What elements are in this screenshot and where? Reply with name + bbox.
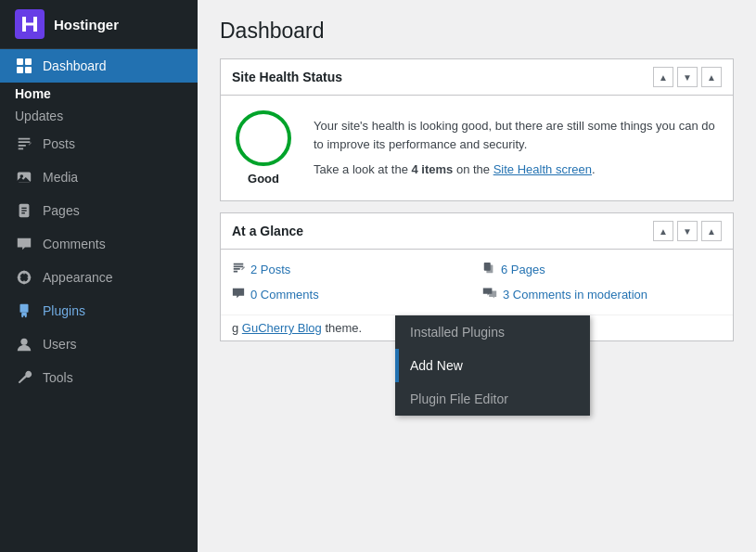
- sidebar-item-posts[interactable]: Posts: [0, 127, 198, 160]
- svg-rect-18: [486, 265, 493, 274]
- sidebar-item-pages[interactable]: Pages: [0, 194, 198, 227]
- at-a-glance-grid: 2 Posts 6 Pages 0 Comments: [221, 250, 733, 315]
- at-a-glance-header: At a Glance ▲ ▼ ▲: [221, 213, 733, 250]
- health-text-primary: Your site's health is looking good, but …: [314, 117, 718, 153]
- svg-rect-3: [17, 67, 23, 73]
- sidebar-item-label-tools: Tools: [43, 370, 73, 385]
- glance-moderation-link[interactable]: 3 Comments in moderation: [503, 288, 647, 302]
- health-screen-link[interactable]: Site Health screen: [493, 162, 592, 176]
- sidebar-item-comments[interactable]: Comments: [0, 227, 198, 261]
- health-text-prefix: Take a look at the: [314, 162, 412, 176]
- widget-collapse-up-btn[interactable]: ▲: [653, 67, 673, 87]
- pages-icon: [15, 201, 33, 220]
- sidebar-item-updates[interactable]: Updates: [0, 105, 198, 127]
- widget-collapse-down-btn[interactable]: ▼: [677, 67, 698, 87]
- main-content: Dashboard Site Health Status ▲ ▼ ▲ Good …: [198, 0, 756, 552]
- sidebar-item-dashboard[interactable]: Dashboard: [0, 49, 198, 83]
- sidebar-nav: Dashboard Home Updates Posts Media Pa: [0, 49, 198, 552]
- plugins-icon: [15, 302, 33, 320]
- posts-icon: [15, 135, 33, 153]
- sidebar: Hostinger Dashboard Home Updates Posts: [0, 0, 198, 552]
- sidebar-item-label-pages: Pages: [43, 203, 80, 218]
- brand-name: Hostinger: [54, 17, 119, 32]
- svg-rect-13: [20, 304, 29, 313]
- site-health-body: Good Your site's health is looking good,…: [221, 96, 733, 200]
- sidebar-item-label-plugins: Plugins: [43, 303, 85, 318]
- svg-rect-15: [25, 315, 27, 318]
- health-circle-icon: [236, 110, 291, 166]
- hostinger-logo-icon: [15, 9, 45, 39]
- plugins-dropdown-menu: Installed Plugins Add New Plugin File Ed…: [395, 315, 590, 416]
- glance-pages-link[interactable]: 6 Pages: [501, 263, 545, 276]
- dashboard-icon: [15, 57, 33, 75]
- glance-pages[interactable]: 6 Pages: [482, 259, 722, 280]
- sidebar-item-label-comments: Comments: [43, 237, 106, 251]
- site-health-header: Site Health Status ▲ ▼ ▲: [221, 59, 733, 96]
- sidebar-item-home[interactable]: Home: [0, 83, 198, 105]
- dashboard-submenu: Home Updates: [0, 83, 198, 127]
- site-health-title: Site Health Status: [232, 70, 342, 84]
- appearance-icon: [15, 268, 33, 287]
- sidebar-item-plugins[interactable]: Plugins: [0, 294, 198, 327]
- at-a-glance-collapse-up-btn[interactable]: ▲: [653, 221, 673, 241]
- sidebar-item-tools[interactable]: Tools: [0, 361, 198, 394]
- at-a-glance-controls: ▲ ▼ ▲: [653, 221, 722, 241]
- svg-rect-2: [25, 58, 32, 65]
- glance-comments[interactable]: 0 Comments: [232, 284, 471, 305]
- widget-controls: ▲ ▼ ▲: [653, 67, 722, 87]
- sidebar-item-appearance[interactable]: Appearance: [0, 261, 198, 294]
- page-title: Dashboard: [220, 19, 734, 44]
- at-a-glance-collapse-down-btn[interactable]: ▼: [677, 221, 698, 241]
- glance-pages-icon: [482, 262, 495, 277]
- at-a-glance-expand-btn[interactable]: ▲: [701, 221, 722, 241]
- sidebar-item-label-media: Media: [43, 170, 78, 185]
- sidebar-item-label-users: Users: [43, 337, 77, 352]
- health-text-secondary: Take a look at the 4 items on the Site H…: [314, 160, 718, 179]
- tools-icon: [15, 368, 33, 387]
- sidebar-item-users[interactable]: Users: [0, 327, 198, 361]
- health-label: Good: [248, 172, 279, 186]
- media-icon: [15, 168, 33, 186]
- plugins-add-new-item[interactable]: Add New: [395, 349, 590, 382]
- glance-posts[interactable]: 2 Posts: [232, 259, 471, 280]
- at-a-glance-title: At a Glance: [232, 224, 303, 238]
- svg-rect-4: [25, 67, 32, 73]
- plugins-file-editor-item[interactable]: Plugin File Editor: [395, 382, 590, 416]
- sidebar-item-label-posts: Posts: [43, 136, 75, 151]
- glance-posts-link[interactable]: 2 Posts: [250, 263, 290, 276]
- health-icon-container: Good: [236, 110, 291, 186]
- glance-moderation-icon: [482, 287, 497, 302]
- plugins-installed-item[interactable]: Installed Plugins: [395, 315, 590, 349]
- svg-point-12: [20, 274, 29, 282]
- sidebar-item-label-appearance: Appearance: [43, 270, 113, 285]
- glance-theme-link[interactable]: GuCherry Blog: [242, 321, 322, 335]
- svg-rect-14: [21, 315, 23, 318]
- sidebar-item-media[interactable]: Media: [0, 160, 198, 194]
- svg-point-16: [20, 339, 27, 345]
- svg-rect-1: [17, 58, 23, 65]
- glance-moderation[interactable]: 3 Comments in moderation: [482, 284, 722, 305]
- users-icon: [15, 335, 33, 353]
- glance-posts-icon: [232, 262, 245, 277]
- glance-comments-icon: [232, 287, 245, 302]
- site-health-widget: Site Health Status ▲ ▼ ▲ Good Your site'…: [220, 58, 734, 201]
- sidebar-brand[interactable]: Hostinger: [0, 0, 198, 49]
- glance-theme-prefix: g: [232, 321, 242, 335]
- comments-icon: [15, 235, 33, 253]
- health-text-suffix: .: [592, 162, 596, 176]
- sidebar-item-label-dashboard: Dashboard: [43, 58, 107, 73]
- widget-expand-btn[interactable]: ▲: [701, 67, 722, 87]
- health-items-count: 4 items: [412, 162, 454, 176]
- glance-theme-suffix: theme.: [322, 321, 362, 335]
- glance-comments-link[interactable]: 0 Comments: [250, 288, 319, 302]
- health-description: Your site's health is looking good, but …: [314, 117, 718, 179]
